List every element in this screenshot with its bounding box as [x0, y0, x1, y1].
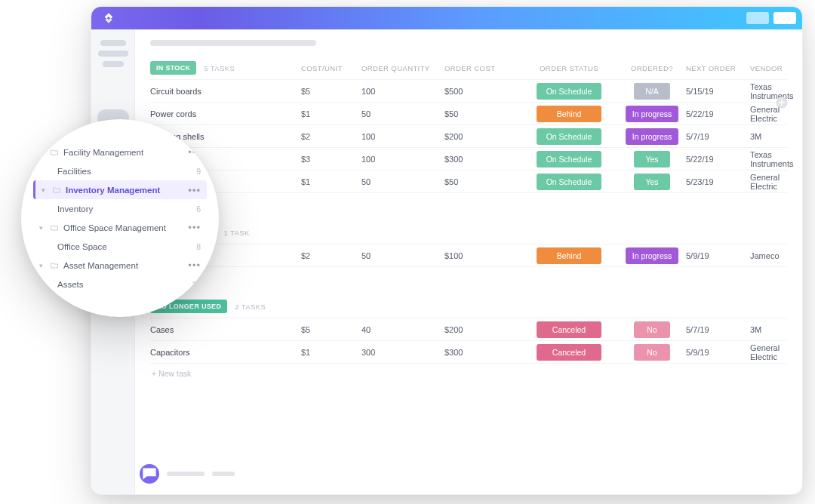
- column-header[interactable]: ORDER QUANTITY: [361, 64, 444, 72]
- sidebar-folder-label: Inventory Management: [66, 186, 183, 195]
- task-row[interactable]: Circuit boards$5100$500On ScheduleN/A5/1…: [150, 79, 787, 102]
- cell-order-qty[interactable]: 100: [361, 155, 444, 164]
- ordered-badge[interactable]: No: [634, 321, 670, 338]
- chevron-down-icon[interactable]: ▾: [39, 262, 47, 269]
- column-header[interactable]: NEXT ORDER: [686, 64, 750, 72]
- cell-order-qty[interactable]: 40: [361, 325, 444, 334]
- chevron-down-icon[interactable]: ▾: [39, 149, 47, 156]
- sidebar-list-count: 8: [196, 242, 201, 251]
- cell-next-order[interactable]: 5/7/19: [686, 325, 750, 334]
- cell-order-cost[interactable]: $200: [444, 132, 520, 141]
- cell-vendor[interactable]: 3M: [750, 132, 787, 141]
- ordered-badge[interactable]: In progress: [626, 106, 678, 122]
- cell-next-order[interactable]: 5/22/19: [686, 155, 750, 164]
- cell-order-qty[interactable]: 100: [361, 132, 444, 141]
- cell-order-cost[interactable]: $500: [444, 87, 520, 96]
- cell-cost-unit[interactable]: $2: [301, 251, 361, 260]
- cell-next-order[interactable]: 5/9/19: [686, 251, 750, 260]
- task-name[interactable]: Capacitors: [150, 348, 301, 357]
- more-icon[interactable]: •••: [188, 260, 201, 271]
- sidebar-list[interactable]: Office Space8: [33, 237, 207, 256]
- bottom-bar: [140, 464, 235, 484]
- status-badge[interactable]: Canceled: [537, 344, 601, 361]
- sidebar-list[interactable]: Facilities9: [33, 161, 207, 180]
- cell-next-order[interactable]: 5/22/19: [686, 109, 750, 118]
- cell-vendor[interactable]: Texas Instruments: [750, 150, 793, 168]
- chevron-down-icon[interactable]: ▾: [42, 186, 49, 194]
- status-badge[interactable]: Canceled: [537, 321, 601, 338]
- status-badge[interactable]: On Schedule: [537, 151, 601, 167]
- cell-order-qty[interactable]: 50: [361, 177, 444, 186]
- chevron-down-icon[interactable]: ▾: [39, 224, 47, 232]
- more-icon[interactable]: •••: [188, 222, 201, 233]
- column-header[interactable]: COST/UNIT: [301, 64, 361, 72]
- status-badge[interactable]: On Schedule: [537, 174, 601, 190]
- ordered-badge[interactable]: In progress: [626, 247, 678, 264]
- chat-icon[interactable]: [140, 464, 159, 484]
- task-row[interactable]: Capacitors$1300$300CanceledNo5/9/19Gener…: [150, 340, 787, 363]
- cell-next-order[interactable]: 5/15/19: [686, 87, 750, 96]
- ordered-badge[interactable]: In progress: [626, 128, 678, 145]
- cell-order-qty[interactable]: 50: [361, 109, 444, 118]
- cell-order-qty[interactable]: 50: [361, 251, 444, 260]
- cell-cost-unit[interactable]: $1: [301, 348, 361, 357]
- cell-order-cost[interactable]: $100: [444, 251, 520, 260]
- task-row[interactable]: USB cords$250$100BehindIn progress5/9/19…: [150, 244, 787, 266]
- cell-cost-unit[interactable]: $3: [301, 155, 361, 164]
- cell-vendor[interactable]: 3M: [750, 325, 787, 334]
- cell-cost-unit[interactable]: $2: [301, 132, 361, 141]
- column-header[interactable]: ORDER STATUS: [520, 64, 618, 72]
- window-minimize-button[interactable]: [746, 12, 769, 24]
- ordered-badge[interactable]: No: [634, 344, 670, 361]
- sidebar-list[interactable]: Assets10: [33, 275, 207, 293]
- task-name[interactable]: Circuit boards: [150, 87, 301, 96]
- cell-next-order[interactable]: 5/7/19: [686, 132, 750, 141]
- cell-cost-unit[interactable]: $1: [301, 109, 361, 118]
- sidebar-list[interactable]: Inventory6: [33, 199, 207, 218]
- cell-next-order[interactable]: 5/23/19: [686, 177, 750, 186]
- cell-next-order[interactable]: 5/9/19: [686, 348, 750, 357]
- ordered-badge[interactable]: N/A: [634, 83, 670, 100]
- new-task-button[interactable]: + New task: [150, 192, 787, 212]
- task-row[interactable]: Ribbon cables$150$50On ScheduleYes5/23/1…: [150, 170, 787, 192]
- task-row[interactable]: Housing shells$2100$200On ScheduleIn pro…: [150, 124, 787, 147]
- window-maximize-button[interactable]: [773, 12, 796, 24]
- column-header[interactable]: ORDER COST: [444, 64, 520, 72]
- cell-order-cost[interactable]: $50: [444, 177, 520, 186]
- task-row[interactable]: Cases$540$200CanceledNo5/7/193M: [150, 318, 787, 340]
- cell-order-qty[interactable]: 100: [361, 87, 444, 96]
- cell-vendor[interactable]: Jameco: [750, 251, 787, 260]
- new-task-button[interactable]: + New task: [150, 363, 787, 383]
- cell-cost-unit[interactable]: $1: [301, 177, 361, 186]
- task-name[interactable]: Cases: [150, 325, 301, 334]
- cell-order-cost[interactable]: $300: [444, 155, 520, 164]
- ordered-badge[interactable]: Yes: [634, 151, 670, 167]
- status-badge[interactable]: On Schedule: [537, 83, 601, 100]
- sidebar-folder[interactable]: ▾Office Space Management•••: [33, 218, 207, 237]
- column-header[interactable]: VENDOR: [750, 64, 787, 72]
- sidebar-folder[interactable]: ▾Asset Management•••: [33, 256, 207, 275]
- status-badge[interactable]: Behind: [537, 247, 601, 264]
- ordered-badge[interactable]: Yes: [634, 174, 670, 190]
- task-row[interactable]: Displays$3100$300On ScheduleYes5/22/19Te…: [150, 147, 787, 170]
- status-badge[interactable]: Behind: [537, 106, 601, 122]
- cell-cost-unit[interactable]: $5: [301, 87, 361, 96]
- cell-cost-unit[interactable]: $5: [301, 325, 361, 334]
- cell-vendor[interactable]: General Electric: [750, 173, 787, 191]
- task-name[interactable]: Power cords: [150, 109, 301, 118]
- cell-order-qty[interactable]: 300: [361, 348, 444, 357]
- status-badge[interactable]: On Schedule: [537, 128, 601, 145]
- new-task-button[interactable]: + New task: [150, 266, 787, 286]
- cell-order-cost[interactable]: $300: [444, 348, 520, 357]
- column-header[interactable]: ORDERED?: [618, 64, 686, 72]
- task-row[interactable]: Power cords$150$50BehindIn progress5/22/…: [150, 102, 787, 124]
- more-icon[interactable]: •••: [188, 184, 201, 195]
- cell-order-cost[interactable]: $200: [444, 325, 520, 334]
- sidebar-tree-zoom: ▾Facility Management•••Facilities9▾Inven…: [21, 119, 219, 317]
- sidebar-folder[interactable]: ▾Facility Management•••: [33, 143, 207, 161]
- cell-order-cost[interactable]: $50: [444, 109, 520, 118]
- sidebar-folder[interactable]: ▾Inventory Management•••: [33, 180, 207, 199]
- add-column-button[interactable]: [775, 96, 789, 109]
- group-status-pill[interactable]: IN STOCK: [150, 61, 196, 75]
- cell-vendor[interactable]: General Electric: [750, 343, 787, 361]
